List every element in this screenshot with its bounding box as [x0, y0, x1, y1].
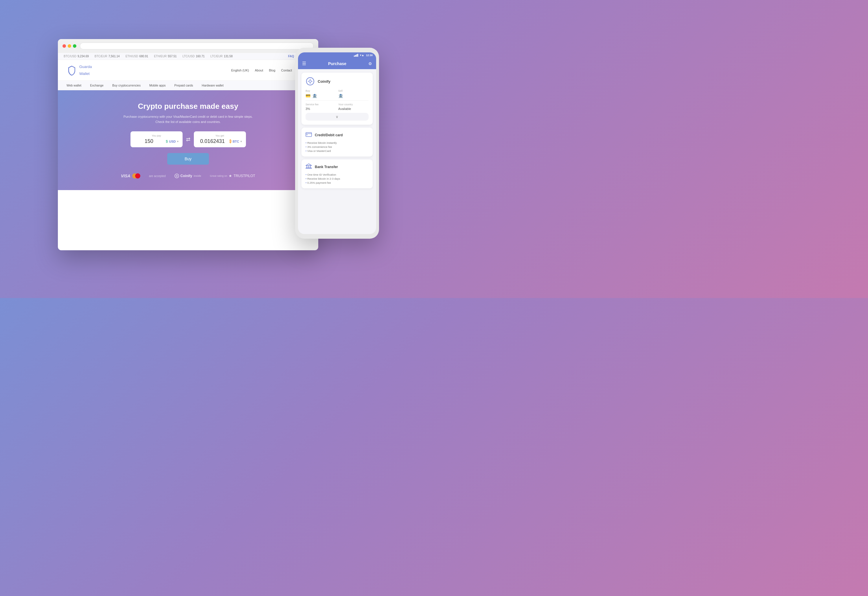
signal-bar-1: [354, 56, 355, 57]
svg-rect-8: [310, 165, 311, 168]
credit-card-payment-icon: [306, 132, 312, 138]
sell-icons: 🏦: [338, 93, 369, 98]
scene: BTC/USD 9,234.69 BTC/EUR 7,561.14 ETH/US…: [58, 30, 376, 268]
signal-bar-2: [355, 55, 356, 57]
logo-name: Guarda: [79, 65, 92, 69]
signal-bars: [354, 54, 358, 57]
ticker-value: 7,561.14: [108, 55, 120, 58]
service-fee-label: Service fee: [306, 103, 336, 106]
browser-chrome: [58, 39, 318, 53]
logo-area: Guarda Wallet: [79, 65, 92, 76]
ticker-label: LTC/USD: [183, 55, 195, 58]
great-rating-text: Great rating on: [210, 174, 227, 177]
signal-bar-3: [356, 55, 357, 57]
chevron-down-icon: ▾: [241, 140, 242, 143]
trustpilot-partner: Great rating on TRUSTPILOT: [210, 174, 255, 178]
swap-icon[interactable]: ⇄: [186, 136, 190, 143]
credit-card-features: Receive bitcoin instantly 3% convenience…: [306, 141, 369, 152]
sub-nav-web-wallet[interactable]: Web wallet: [66, 81, 81, 90]
site-header: Guarda Wallet English (UK) About Blog Co…: [58, 60, 318, 81]
traffic-lights: [62, 44, 77, 48]
mobile-header: ☰ Purchase ⚙: [298, 58, 376, 69]
you-get-field[interactable]: You get 0.0162431 ₿ BTC ▾: [194, 131, 246, 147]
sub-nav: Web wallet Exchange Buy cryptocurrencies…: [58, 81, 318, 90]
accepted-text: are accepted: [149, 174, 166, 178]
you-get-value[interactable]: 0.0162431: [198, 138, 227, 145]
coinify-text: Coinify: [180, 174, 192, 178]
ticker-value: 680.91: [139, 55, 148, 58]
svg-rect-7: [308, 165, 309, 168]
you-get-currency[interactable]: ₿ BTC ▾: [229, 139, 242, 143]
bank-transfer-section[interactable]: Bank Transfer One time ID Verification R…: [301, 159, 373, 188]
coinify-details: Buy 💳 🏦 Sell 🏦: [306, 89, 369, 98]
country-value: Available: [338, 107, 369, 111]
svg-point-1: [306, 78, 314, 85]
partners-bar: VISA are accepted Coinify inside: [66, 170, 310, 181]
settings-icon[interactable]: ⚙: [368, 61, 372, 66]
dollar-icon: $: [166, 139, 168, 143]
coinify-card: Coinify Buy 💳 🏦 Sell: [301, 72, 373, 125]
bank-feature-item: 0.25% payment fee: [306, 181, 369, 184]
maximize-button[interactable]: [73, 44, 77, 48]
you-pay-currency[interactable]: $ USD ▾: [166, 139, 178, 143]
sub-nav-buy-crypto[interactable]: Buy cryptocurrencies: [112, 81, 140, 90]
ticker-value: 131.58: [224, 55, 233, 58]
credit-card-header: Credit/Debit card: [306, 132, 369, 138]
ticker-value: 557.51: [168, 55, 177, 58]
logo-icon: [66, 65, 77, 75]
expand-row: ∨: [306, 111, 369, 121]
expand-button[interactable]: ∨: [306, 113, 369, 121]
coinify-sub: inside: [193, 174, 201, 177]
logo-wrap: Guarda Wallet: [66, 65, 92, 76]
credit-card-section[interactable]: Credit/Debit card Receive bitcoin instan…: [301, 128, 373, 156]
sub-nav-prepaid[interactable]: Prepaid cards: [174, 81, 193, 90]
close-button[interactable]: [62, 44, 66, 48]
bank-transfer-features: One time ID Verification Receive bitcoin…: [306, 173, 369, 184]
svg-point-0: [175, 174, 179, 178]
ticker-item: ETH/EUR 557.51: [154, 55, 177, 58]
coinify-icon: [174, 174, 179, 178]
nav-link-about[interactable]: About: [255, 69, 263, 72]
country-group: Your country Available: [338, 103, 369, 111]
hamburger-menu-icon[interactable]: ☰: [302, 61, 306, 66]
bank-transfer-icon: [306, 164, 312, 170]
minimize-button[interactable]: [68, 44, 71, 48]
feature-item: 3% convenience fee: [306, 145, 369, 148]
coinify-card-name: Coinify: [318, 79, 331, 84]
coinify-divider: [306, 100, 369, 101]
address-bar[interactable]: [80, 43, 314, 49]
svg-marker-5: [306, 164, 311, 165]
ticker-label: ETH/USD: [125, 55, 138, 58]
service-fee-value: 3%: [306, 107, 336, 111]
logo-sub: Wallet: [79, 71, 90, 76]
feature-item: Visa or MasterCard: [306, 149, 369, 152]
chevron-down-icon: ▾: [177, 140, 179, 143]
ticker-value: 160.71: [196, 55, 205, 58]
hero-subtitle: Purchase cryptocurrency with your Visa/M…: [66, 114, 310, 124]
sub-nav-hardware[interactable]: Hardware wallet: [202, 81, 223, 90]
feature-item: Receive bitcoin instantly: [306, 141, 369, 145]
sub-nav-mobile-apps[interactable]: Mobile apps: [149, 81, 166, 90]
faq-link[interactable]: FAQ: [288, 55, 294, 58]
ticker-label: BTC/EUR: [94, 55, 107, 58]
sell-label: Sell: [338, 89, 369, 92]
nav-link-blog[interactable]: Blog: [269, 69, 275, 72]
chevron-down-icon: ∨: [336, 115, 338, 119]
trustpilot-icon: [229, 174, 232, 178]
nav-link-language[interactable]: English (UK): [231, 69, 249, 72]
mobile-content: Coinify Buy 💳 🏦 Sell: [298, 69, 376, 234]
coinify-fees: Service fee 3% Your country Available: [306, 103, 369, 111]
browser-window: BTC/USD 9,234.69 BTC/EUR 7,561.14 ETH/US…: [58, 39, 318, 250]
mastercard-red-circle: [135, 173, 140, 179]
nav-link-contact[interactable]: Contact: [281, 69, 292, 72]
sub-nav-exchange[interactable]: Exchange: [90, 81, 103, 90]
status-time: 12:30: [366, 54, 373, 57]
buy-button[interactable]: Buy: [167, 153, 209, 165]
ticker-item: LTC/EUR 131.58: [210, 55, 233, 58]
service-fee-group: Service fee 3%: [306, 103, 336, 111]
you-pay-field[interactable]: You pay 150 $ USD ▾: [130, 131, 183, 147]
svg-rect-4: [306, 134, 307, 135]
ticker-item: ETH/USD 680.91: [125, 55, 148, 58]
you-pay-value[interactable]: 150: [134, 138, 164, 145]
hero-title: Crypto purchase made easy: [66, 102, 310, 111]
